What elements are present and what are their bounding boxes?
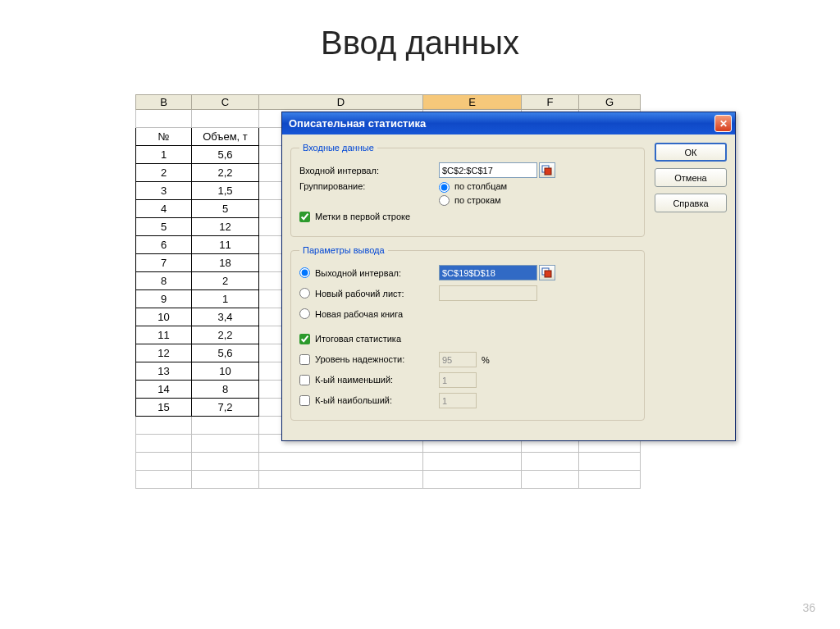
table-cell[interactable]: 5,6 [192, 146, 259, 164]
table-cell[interactable]: 1 [136, 146, 192, 164]
table-cell[interactable]: 2 [192, 272, 259, 290]
summary-stats-checkbox[interactable]: Итоговая статистика [299, 334, 401, 345]
confidence-checkbox[interactable] [299, 354, 310, 365]
table-cell[interactable]: 7,2 [192, 399, 259, 417]
labels-first-row-input[interactable] [299, 212, 310, 222]
summary-stats-label: Итоговая статистика [315, 334, 401, 344]
column-header-row: B C D E F G [136, 95, 641, 110]
input-data-group: Входные данные Входной интервал: Группир… [290, 143, 645, 237]
table-cell[interactable]: 8 [192, 381, 259, 399]
col-header-B[interactable]: B [136, 95, 192, 110]
table-cell[interactable]: 5 [192, 200, 259, 218]
table-header-cell[interactable]: Объем, т [192, 128, 259, 146]
table-cell[interactable]: 14 [136, 381, 192, 399]
descriptive-statistics-dialog: Описательная статистика ✕ Входные данные… [281, 112, 736, 441]
table-cell[interactable]: 2,2 [192, 326, 259, 344]
table-cell[interactable]: 10 [136, 308, 192, 326]
table-cell[interactable]: 3 [136, 182, 192, 200]
table-cell[interactable]: 4 [136, 200, 192, 218]
table-cell[interactable]: 5 [136, 218, 192, 236]
table-cell[interactable]: 2 [136, 164, 192, 182]
col-header-G[interactable]: G [579, 95, 641, 110]
col-header-F[interactable]: F [522, 95, 579, 110]
new-sheet-radio[interactable] [299, 288, 310, 299]
col-header-E[interactable]: E [423, 95, 522, 110]
close-button[interactable]: ✕ [714, 115, 732, 132]
labels-first-row-label: Метки в первой строке [315, 212, 410, 221]
by-rows-label: по строкам [454, 195, 501, 205]
table-header-cell[interactable]: № [136, 128, 192, 146]
percent-label: % [482, 355, 490, 365]
table-cell[interactable]: 5,6 [192, 344, 259, 362]
collapse-dialog-icon[interactable] [539, 265, 555, 280]
labels-first-row-checkbox[interactable]: Метки в первой строке [299, 212, 410, 223]
table-cell[interactable]: 10 [192, 362, 259, 381]
svg-rect-1 [545, 168, 551, 175]
table-cell[interactable]: 12 [136, 344, 192, 362]
table-cell[interactable]: 12 [192, 218, 259, 236]
confidence-label: Уровень надежности: [315, 354, 404, 364]
confidence-field[interactable] [439, 352, 477, 367]
kth-max-checkbox[interactable] [299, 395, 310, 406]
output-interval-field[interactable] [439, 265, 537, 280]
output-interval-radio[interactable] [299, 267, 310, 278]
table-cell[interactable]: 3,4 [192, 308, 259, 326]
table-cell[interactable]: 7 [136, 254, 192, 272]
kth-min-checkbox[interactable] [299, 375, 310, 385]
table-cell[interactable]: 2,2 [192, 164, 259, 182]
by-rows-radio[interactable]: по строкам [439, 195, 507, 207]
cancel-button[interactable]: Отмена [655, 168, 727, 187]
help-button[interactable]: Справка [655, 194, 727, 212]
slide-title: Ввод данных [0, 0, 840, 70]
close-icon: ✕ [719, 118, 728, 130]
new-book-label: Новая рабочая книга [315, 309, 403, 319]
output-params-group: Параметры вывода Выходной интервал: Новы… [290, 245, 645, 421]
ok-button[interactable]: ОК [655, 143, 727, 162]
table-cell[interactable]: 13 [136, 362, 192, 381]
dialog-title: Описательная статистика [289, 117, 426, 130]
by-columns-radio[interactable]: по столбцам [439, 181, 507, 193]
dialog-titlebar[interactable]: Описательная статистика ✕ [282, 112, 735, 134]
output-group-legend: Параметры вывода [299, 245, 388, 255]
table-cell[interactable]: 18 [192, 254, 259, 272]
table-cell[interactable]: 1,5 [192, 182, 259, 200]
table-cell[interactable]: 11 [136, 326, 192, 344]
table-cell[interactable]: 1 [192, 290, 259, 308]
output-interval-label: Выходной интервал: [315, 268, 401, 278]
table-cell[interactable]: 6 [136, 236, 192, 254]
table-cell[interactable]: 8 [136, 272, 192, 290]
table-cell[interactable]: 15 [136, 399, 192, 417]
col-header-C[interactable]: C [192, 95, 259, 110]
by-rows-radio-input[interactable] [439, 195, 450, 206]
grouping-label: Группирование: [299, 181, 439, 191]
collapse-dialog-icon[interactable] [539, 162, 555, 178]
input-interval-label: Входной интервал: [299, 166, 439, 175]
kth-min-label: К-ый наименьший: [315, 375, 393, 385]
new-sheet-label: Новый рабочий лист: [315, 289, 404, 299]
kth-max-field[interactable] [439, 393, 477, 408]
table-cell[interactable]: 9 [136, 290, 192, 308]
table-cell[interactable]: 11 [192, 236, 259, 254]
slide-number: 36 [802, 601, 815, 614]
kth-max-label: К-ый наибольший: [315, 395, 392, 405]
col-header-D[interactable]: D [259, 95, 423, 110]
by-columns-label: по столбцам [454, 181, 507, 191]
by-columns-radio-input[interactable] [439, 182, 450, 193]
svg-rect-3 [545, 271, 551, 277]
summary-stats-input[interactable] [299, 334, 310, 344]
input-group-legend: Входные данные [299, 143, 377, 153]
input-interval-field[interactable] [439, 162, 537, 178]
new-sheet-field[interactable] [439, 285, 537, 301]
kth-min-field[interactable] [439, 372, 477, 388]
new-book-radio[interactable] [299, 308, 310, 319]
